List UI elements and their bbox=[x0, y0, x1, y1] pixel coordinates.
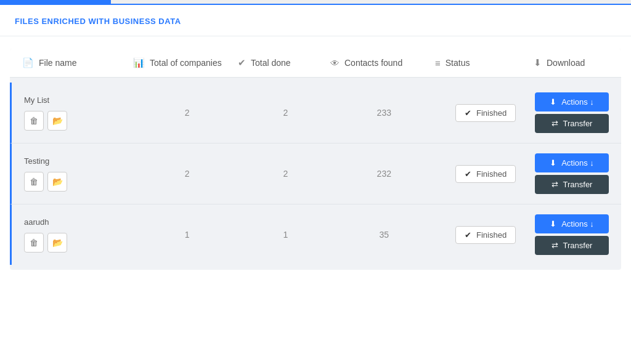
section-title: FILES ENRICHED WITH BUSINESS DATA bbox=[15, 17, 181, 26]
col-header-contacts: 👁 Contacts found bbox=[330, 58, 435, 68]
transfer-button[interactable]: ⇄ Transfer bbox=[535, 236, 609, 255]
col-header-status: ≡ Status bbox=[435, 58, 534, 68]
table-header: 📄 File name 📊 Total of companies ✔ Total… bbox=[10, 49, 621, 78]
header-status-label: Status bbox=[446, 58, 470, 68]
row-companies-cell: 2 bbox=[135, 169, 240, 179]
row-companies-cell: 2 bbox=[135, 108, 240, 118]
status-badge: ✔ Finished bbox=[455, 104, 516, 122]
actions-label: Actions ↓ bbox=[561, 97, 594, 107]
checkmark-icon: ✔ bbox=[465, 169, 471, 179]
status-badge: ✔ Finished bbox=[455, 226, 516, 244]
folder-button[interactable]: 📂 bbox=[47, 111, 67, 131]
row-icon-group: 🗑 📂 bbox=[24, 233, 135, 253]
trash-icon: 🗑 bbox=[30, 238, 38, 248]
row-status-cell: ✔ Finished bbox=[436, 104, 535, 122]
page-container: FILES ENRICHED WITH BUSINESS DATA 📄 File… bbox=[0, 0, 631, 364]
transfer-icon: ⇄ bbox=[552, 180, 558, 189]
filename-text: aarudh bbox=[24, 217, 135, 227]
contacts-value: 232 bbox=[377, 169, 391, 179]
row-status-cell: ✔ Finished bbox=[436, 226, 535, 244]
download-icon: ⬇ bbox=[534, 57, 542, 68]
status-text: Finished bbox=[476, 169, 507, 179]
companies-value: 2 bbox=[185, 108, 190, 118]
transfer-icon: ⇄ bbox=[552, 241, 558, 250]
done-value: 2 bbox=[283, 108, 288, 118]
col-header-done: ✔ Total done bbox=[238, 57, 330, 68]
header-download-label: Download bbox=[547, 58, 585, 68]
filename-text: Testing bbox=[24, 156, 135, 166]
row-companies-cell: 1 bbox=[135, 230, 240, 240]
row-done-cell: 2 bbox=[240, 169, 332, 179]
download-arrow-icon: ⬇ bbox=[550, 97, 556, 107]
row-filename-cell: Testing 🗑 📂 bbox=[24, 156, 135, 192]
status-badge: ✔ Finished bbox=[455, 165, 516, 183]
checkmark-icon: ✔ bbox=[465, 108, 471, 118]
done-icon: ✔ bbox=[238, 57, 246, 68]
download-arrow-icon: ⬇ bbox=[550, 219, 556, 229]
row-done-cell: 2 bbox=[240, 108, 332, 118]
folder-open-icon: 📂 bbox=[52, 116, 63, 126]
row-icon-group: 🗑 📂 bbox=[24, 172, 135, 192]
transfer-icon: ⇄ bbox=[552, 119, 558, 128]
transfer-label: Transfer bbox=[563, 241, 593, 250]
row-status-cell: ✔ Finished bbox=[436, 165, 535, 183]
row-done-cell: 1 bbox=[240, 230, 332, 240]
companies-value: 2 bbox=[185, 169, 190, 179]
col-header-download: ⬇ Download bbox=[534, 57, 609, 68]
transfer-button[interactable]: ⇄ Transfer bbox=[535, 175, 609, 194]
file-icon: 📄 bbox=[22, 57, 34, 68]
folder-button[interactable]: 📂 bbox=[47, 233, 67, 253]
row-actions-cell: ⬇ Actions ↓ ⇄ Transfer bbox=[535, 214, 609, 255]
row-contacts-cell: 35 bbox=[332, 230, 436, 240]
header-filename-label: File name bbox=[39, 58, 76, 68]
header-contacts-label: Contacts found bbox=[344, 58, 402, 68]
row-contacts-cell: 233 bbox=[332, 108, 436, 118]
transfer-button[interactable]: ⇄ Transfer bbox=[535, 114, 609, 133]
status-text: Finished bbox=[476, 108, 507, 118]
done-value: 2 bbox=[283, 169, 288, 179]
top-progress-bar bbox=[0, 0, 631, 5]
row-actions-cell: ⬇ Actions ↓ ⇄ Transfer bbox=[535, 153, 609, 194]
folder-open-icon: 📂 bbox=[52, 177, 63, 187]
section-header: FILES ENRICHED WITH BUSINESS DATA bbox=[0, 5, 631, 36]
table-row: Testing 🗑 📂 2 2 bbox=[10, 144, 621, 204]
row-filename-cell: aarudh 🗑 📂 bbox=[24, 217, 135, 253]
status-icon: ≡ bbox=[435, 58, 441, 68]
row-contacts-cell: 232 bbox=[332, 169, 436, 179]
actions-button[interactable]: ⬇ Actions ↓ bbox=[535, 153, 609, 172]
status-text: Finished bbox=[476, 230, 507, 240]
enriched-files-table: 📄 File name 📊 Total of companies ✔ Total… bbox=[10, 49, 621, 270]
folder-open-icon: 📂 bbox=[52, 238, 63, 248]
row-actions-cell: ⬇ Actions ↓ ⇄ Transfer bbox=[535, 92, 609, 133]
checkmark-icon: ✔ bbox=[465, 230, 471, 240]
table-body: My List 🗑 📂 2 2 bbox=[10, 78, 621, 270]
actions-label: Actions ↓ bbox=[561, 219, 594, 229]
row-icon-group: 🗑 📂 bbox=[24, 111, 135, 131]
contacts-value: 233 bbox=[377, 108, 391, 118]
col-header-companies: 📊 Total of companies bbox=[133, 57, 238, 68]
actions-button[interactable]: ⬇ Actions ↓ bbox=[535, 92, 609, 111]
trash-icon: 🗑 bbox=[30, 116, 38, 126]
col-header-filename: 📄 File name bbox=[22, 57, 133, 68]
actions-button[interactable]: ⬇ Actions ↓ bbox=[535, 214, 609, 233]
table-row: My List 🗑 📂 2 2 bbox=[10, 83, 621, 144]
companies-value: 1 bbox=[185, 230, 190, 240]
table-row: aarudh 🗑 📂 1 1 bbox=[10, 204, 621, 265]
filename-text: My List bbox=[24, 95, 135, 105]
done-value: 1 bbox=[283, 230, 288, 240]
companies-icon: 📊 bbox=[133, 57, 145, 68]
actions-label: Actions ↓ bbox=[561, 158, 594, 168]
delete-button[interactable]: 🗑 bbox=[24, 172, 44, 192]
header-done-label: Total done bbox=[251, 58, 291, 68]
trash-icon: 🗑 bbox=[30, 177, 38, 187]
download-arrow-icon: ⬇ bbox=[550, 158, 556, 168]
transfer-label: Transfer bbox=[563, 119, 593, 128]
delete-button[interactable]: 🗑 bbox=[24, 111, 44, 131]
contacts-icon: 👁 bbox=[330, 58, 340, 68]
row-filename-cell: My List 🗑 📂 bbox=[24, 95, 135, 131]
folder-button[interactable]: 📂 bbox=[47, 172, 67, 192]
contacts-value: 35 bbox=[380, 230, 389, 240]
transfer-label: Transfer bbox=[563, 180, 593, 189]
delete-button[interactable]: 🗑 bbox=[24, 233, 44, 253]
header-companies-label: Total of companies bbox=[150, 58, 222, 68]
